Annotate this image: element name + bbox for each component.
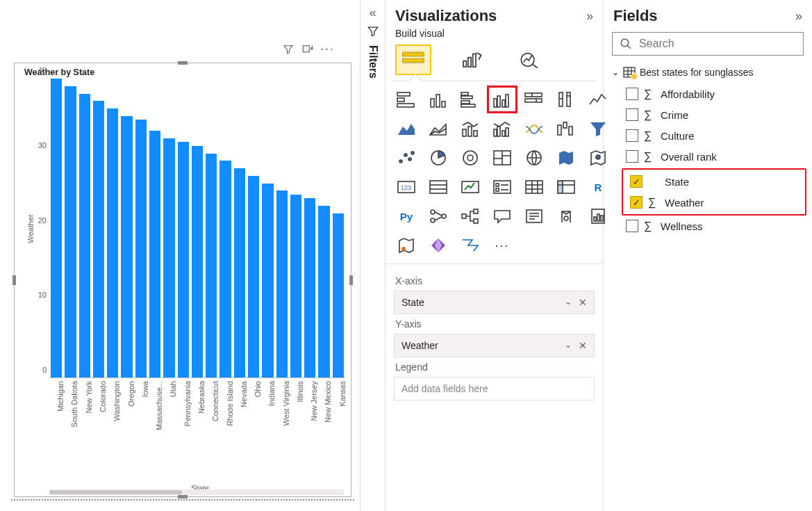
clustered-column-icon[interactable] <box>490 88 515 111</box>
chart-visual[interactable]: Weather by State Weather 010203040 Michi… <box>14 63 351 497</box>
bar[interactable] <box>248 176 259 378</box>
pie-icon[interactable] <box>426 147 451 169</box>
arcgis-icon[interactable] <box>394 234 419 257</box>
bar[interactable] <box>290 195 301 378</box>
get-more-visuals-icon[interactable]: ··· <box>490 234 515 257</box>
field-row[interactable]: ∑Wellness <box>622 216 806 236</box>
bar[interactable] <box>107 108 118 378</box>
filled-map-icon[interactable] <box>554 147 579 169</box>
bar[interactable] <box>65 86 76 378</box>
bar[interactable] <box>262 184 273 378</box>
bar[interactable] <box>304 198 315 378</box>
bar[interactable] <box>219 161 231 378</box>
bar[interactable] <box>333 213 344 378</box>
funnel-icon[interactable] <box>586 117 611 140</box>
bar[interactable] <box>93 101 104 378</box>
checkbox[interactable] <box>626 108 638 121</box>
field-row[interactable]: ∑Crime <box>622 104 806 125</box>
resize-handle-top[interactable] <box>178 61 188 65</box>
bar[interactable] <box>51 79 62 378</box>
decomposition-tree-icon[interactable] <box>458 205 483 227</box>
bar[interactable] <box>135 120 147 378</box>
python-visual-icon[interactable]: Py <box>394 205 419 227</box>
bar[interactable] <box>121 116 132 378</box>
format-visual-tab[interactable] <box>454 44 490 75</box>
report-canvas[interactable]: ··· Weather by State Weather 010203040 <box>0 0 361 511</box>
paginated-report-icon[interactable] <box>586 205 611 227</box>
power-automate-icon[interactable] <box>458 234 483 257</box>
kpi-icon[interactable] <box>458 176 483 198</box>
expand-icon[interactable]: » <box>586 9 593 24</box>
x-axis-well[interactable]: State ⌄✕ <box>394 291 595 314</box>
hundred-stacked-bar-icon[interactable] <box>522 88 547 111</box>
ribbon-chart-icon[interactable] <box>522 117 547 140</box>
remove-field-icon[interactable]: ✕ <box>579 297 587 308</box>
multi-row-card-icon[interactable] <box>426 176 451 198</box>
filter-icon[interactable] <box>281 42 295 56</box>
hundred-stacked-column-icon[interactable] <box>554 88 579 111</box>
checkbox[interactable] <box>626 220 638 232</box>
bar[interactable] <box>149 131 160 378</box>
line-stacked-column-icon[interactable] <box>458 117 483 140</box>
line-chart-icon[interactable] <box>586 88 611 111</box>
legend-well[interactable]: Add data fields here <box>394 377 595 400</box>
x-tick: Iowa <box>135 378 147 482</box>
more-options-icon[interactable]: ··· <box>320 42 335 56</box>
chevron-down-icon[interactable]: ⌄ <box>565 297 572 308</box>
y-axis-well[interactable]: Weather ⌄✕ <box>394 334 595 357</box>
bar[interactable] <box>192 146 203 378</box>
stacked-area-icon[interactable] <box>426 117 451 140</box>
card-icon[interactable]: 123 <box>394 176 419 198</box>
analytics-tab[interactable] <box>512 44 548 75</box>
table-icon[interactable] <box>522 176 547 198</box>
checkbox[interactable] <box>626 129 638 142</box>
bar[interactable] <box>318 206 329 378</box>
field-row[interactable]: ∑Affordability <box>622 83 806 104</box>
bar[interactable] <box>276 190 288 378</box>
key-influencers-icon[interactable] <box>426 205 451 227</box>
slicer-icon[interactable] <box>490 176 515 198</box>
bar[interactable] <box>178 142 189 378</box>
line-clustered-column-icon[interactable] <box>490 117 515 140</box>
azure-map-icon[interactable] <box>586 147 611 169</box>
checkbox[interactable] <box>626 150 638 163</box>
chevron-down-icon[interactable]: ⌄ <box>565 340 572 351</box>
filters-pane-collapsed[interactable]: « Filters <box>361 0 386 511</box>
field-row[interactable]: ∑Overall rank <box>622 146 806 167</box>
matrix-icon[interactable] <box>554 176 579 198</box>
scatter-icon[interactable] <box>394 147 419 169</box>
area-chart-icon[interactable] <box>394 117 419 140</box>
stacked-column-icon[interactable] <box>426 88 451 111</box>
stacked-bar-icon[interactable] <box>394 88 419 111</box>
expand-icon[interactable]: » <box>795 9 802 24</box>
field-row[interactable]: ✓State <box>626 171 802 192</box>
scrollbar-thumb[interactable] <box>49 490 182 494</box>
powerapps-icon[interactable] <box>426 234 451 257</box>
bar[interactable] <box>234 168 245 378</box>
checkbox[interactable]: ✓ <box>630 196 643 209</box>
bar[interactable] <box>79 94 90 378</box>
checkbox[interactable]: ✓ <box>630 175 643 188</box>
table-expander[interactable]: ⌄ Best states for sunglasses <box>604 60 812 81</box>
donut-icon[interactable] <box>458 147 483 169</box>
collapse-icon[interactable]: « <box>369 6 376 20</box>
checkbox[interactable] <box>626 88 638 100</box>
goals-icon[interactable] <box>554 205 579 227</box>
field-row[interactable]: ∑Culture <box>622 125 806 146</box>
qna-icon[interactable] <box>490 205 515 227</box>
clustered-bar-icon[interactable] <box>458 88 483 111</box>
bar[interactable] <box>163 138 174 378</box>
treemap-icon[interactable] <box>490 147 515 169</box>
remove-field-icon[interactable]: ✕ <box>579 340 587 351</box>
focus-mode-icon[interactable] <box>301 42 315 56</box>
waterfall-icon[interactable] <box>554 117 579 140</box>
search-input[interactable] <box>612 32 804 56</box>
horizontal-scrollbar[interactable] <box>49 489 344 495</box>
smart-narrative-icon[interactable] <box>522 205 547 227</box>
field-row[interactable]: ✓∑Weather <box>626 192 802 213</box>
r-visual-icon[interactable]: R <box>586 176 611 198</box>
legend-well-label: Legend <box>395 362 593 373</box>
map-icon[interactable] <box>522 147 547 169</box>
bar[interactable] <box>206 154 217 378</box>
build-visual-tab[interactable] <box>395 44 431 75</box>
